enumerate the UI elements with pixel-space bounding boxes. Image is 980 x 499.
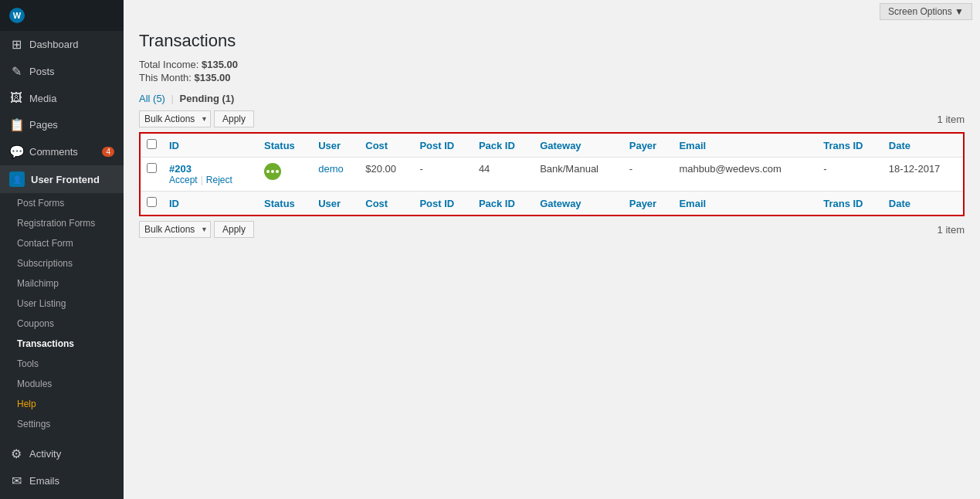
comments-icon: 💬 [9, 144, 23, 159]
footer-header-status[interactable]: Status [258, 192, 312, 216]
footer-select-all-checkbox[interactable] [147, 197, 157, 207]
filter-all-count: (5) [153, 93, 165, 104]
page-title: Transactions [139, 31, 965, 51]
wp-icon: W [9, 8, 25, 23]
sidebar: W ⊞ Dashboard ✎ Posts 🖼 Media 📋 Pages 💬 … [0, 0, 124, 499]
sidebar-item-user-listing[interactable]: User Listing [0, 294, 124, 314]
footer-header-id[interactable]: ID [163, 192, 258, 216]
emails-icon: ✉ [9, 474, 23, 488]
sidebar-item-media[interactable]: 🖼 Media [0, 85, 124, 111]
bulk-actions-select-bottom[interactable]: Bulk Actions [139, 221, 211, 238]
sidebar-item-registration-forms[interactable]: Registration Forms [0, 213, 124, 233]
table-header-row: ID Status User Cost Post ID Pack ID Gate… [140, 133, 964, 158]
dashboard-icon: ⊞ [9, 37, 23, 52]
sidebar-item-posts[interactable]: ✎ Posts [0, 58, 124, 85]
user-link[interactable]: demo [318, 163, 344, 175]
sidebar-item-dashboard[interactable]: ⊞ Dashboard [0, 31, 124, 58]
transaction-actions: Accept | Reject [169, 175, 252, 185]
header-cost[interactable]: Cost [359, 133, 413, 158]
header-date[interactable]: Date [883, 133, 964, 158]
footer-header-cost[interactable]: Cost [359, 192, 413, 216]
footer-header-trans-id[interactable]: Trans ID [817, 192, 883, 216]
header-post-id[interactable]: Post ID [413, 133, 472, 158]
row-id-cell: #203 Accept | Reject [163, 158, 258, 192]
sidebar-item-post-forms[interactable]: Post Forms [0, 193, 124, 213]
apply-button-bottom[interactable]: Apply [214, 221, 254, 238]
row-cost-cell: $20.00 [359, 158, 413, 192]
footer-header-date[interactable]: Date [883, 192, 964, 216]
main-content-area: Screen Options ▼ Transactions Total Inco… [124, 0, 980, 499]
toolbar-left: Bulk Actions Apply [139, 110, 254, 127]
this-month-value: $135.00 [195, 72, 231, 83]
footer-header-payer[interactable]: Payer [623, 192, 673, 216]
dot-2 [271, 170, 274, 173]
header-payer[interactable]: Payer [623, 133, 673, 158]
sidebar-item-pages[interactable]: 📋 Pages [0, 111, 124, 138]
row-post-id-cell: - [413, 158, 472, 192]
comments-badge: 4 [102, 147, 114, 157]
total-income-value: $135.00 [202, 59, 238, 70]
bulk-actions-wrapper: Bulk Actions [139, 110, 211, 127]
sidebar-item-help[interactable]: Help [0, 394, 124, 414]
row-user-cell: demo [312, 158, 359, 192]
filter-pending-link[interactable]: Pending (1) [180, 93, 235, 104]
sidebar-item-mailchimp[interactable]: Mailchimp [0, 273, 124, 294]
sidebar-item-tools[interactable]: Tools [0, 354, 124, 374]
footer-header-pack-id[interactable]: Pack ID [473, 192, 534, 216]
header-id[interactable]: ID [163, 133, 258, 158]
filter-links: All (5) | Pending (1) [139, 93, 965, 104]
footer-header-user[interactable]: User [312, 192, 359, 216]
filter-pending-count: (1) [222, 93, 234, 104]
row-checkbox[interactable] [147, 163, 157, 173]
row-date-cell: 18-12-2017 [883, 158, 964, 192]
header-checkbox-col [140, 133, 163, 158]
sidebar-item-label: Pages [29, 119, 58, 131]
sidebar-item-label: Posts [29, 66, 55, 77]
this-month-label: This Month: [139, 72, 192, 83]
footer-header-gateway[interactable]: Gateway [534, 192, 623, 216]
footer-checkbox-col [140, 192, 163, 216]
sidebar-item-settings[interactable]: Settings [0, 414, 124, 434]
this-month-line: This Month: $135.00 [139, 72, 965, 83]
pages-icon: 📋 [9, 117, 23, 132]
footer-header-email[interactable]: Email [673, 192, 817, 216]
footer-header-post-id[interactable]: Post ID [413, 192, 472, 216]
sidebar-item-emails[interactable]: ✉ Emails [0, 467, 124, 494]
filter-separator: | [171, 93, 174, 104]
header-email[interactable]: Email [673, 133, 817, 158]
bottom-toolbar: Bulk Actions Apply 1 item [139, 221, 965, 238]
filter-all-link[interactable]: All (5) [139, 93, 165, 104]
row-status-cell [258, 158, 312, 192]
sidebar-item-activity[interactable]: ⚙ Activity [0, 440, 124, 467]
activity-icon: ⚙ [9, 446, 23, 461]
action-separator: | [201, 175, 203, 185]
sidebar-item-label: Dashboard [29, 39, 79, 50]
header-gateway[interactable]: Gateway [534, 133, 623, 158]
top-toolbar: Bulk Actions Apply 1 item [139, 110, 965, 127]
header-pack-id[interactable]: Pack ID [473, 133, 534, 158]
header-trans-id[interactable]: Trans ID [817, 133, 883, 158]
status-pending-icon [264, 163, 281, 180]
apply-button-top[interactable]: Apply [214, 110, 254, 127]
sidebar-item-label: Activity [29, 448, 61, 460]
header-user[interactable]: User [312, 133, 359, 158]
bulk-actions-select-top[interactable]: Bulk Actions [139, 110, 211, 127]
bottom-toolbar-left: Bulk Actions Apply [139, 221, 254, 238]
sidebar-logo[interactable]: W [0, 0, 124, 31]
bulk-actions-wrapper-bottom: Bulk Actions [139, 221, 211, 238]
sidebar-section-label: User Frontend [31, 174, 100, 185]
sidebar-item-coupons[interactable]: Coupons [0, 314, 124, 334]
header-status[interactable]: Status [258, 133, 312, 158]
sidebar-section-user-frontend[interactable]: 👤 User Frontend [0, 165, 124, 193]
sidebar-item-subscriptions[interactable]: Subscriptions [0, 253, 124, 273]
sidebar-item-contact-form[interactable]: Contact Form [0, 233, 124, 253]
sidebar-item-transactions[interactable]: Transactions [0, 334, 124, 354]
select-all-checkbox[interactable] [147, 139, 157, 149]
sidebar-item-comments[interactable]: 💬 Comments 4 [0, 138, 124, 165]
accept-action[interactable]: Accept [169, 175, 198, 185]
posts-icon: ✎ [9, 64, 23, 79]
screen-options-button[interactable]: Screen Options ▼ [880, 3, 972, 20]
reject-action[interactable]: Reject [206, 175, 232, 185]
sidebar-item-modules[interactable]: Modules [0, 374, 124, 394]
total-income-label: Total Income: [139, 59, 198, 70]
